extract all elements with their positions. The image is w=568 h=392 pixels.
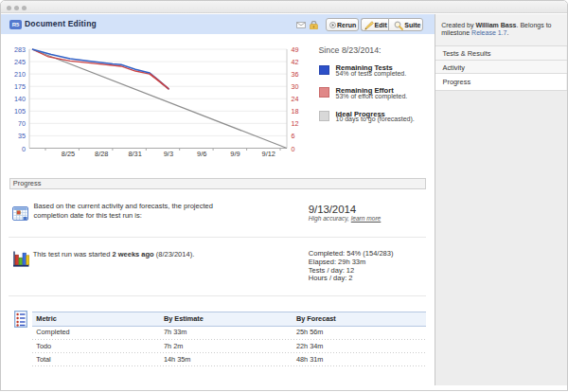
svg-text:6: 6 (292, 132, 295, 140)
svg-text:36: 36 (292, 70, 299, 79)
svg-text:9/6: 9/6 (197, 150, 206, 158)
svg-text:245: 245 (14, 58, 26, 66)
svg-text:9/9: 9/9 (230, 150, 240, 158)
svg-text:105: 105 (14, 107, 26, 116)
svg-text:283: 283 (14, 45, 26, 54)
svg-text:24: 24 (292, 95, 299, 103)
svg-text:9/12: 9/12 (262, 150, 275, 158)
svg-text:0: 0 (22, 145, 26, 153)
svg-text:140: 140 (14, 95, 26, 103)
svg-text:8/31: 8/31 (128, 150, 141, 158)
svg-text:42: 42 (292, 58, 299, 66)
svg-text:12: 12 (292, 119, 299, 128)
svg-text:8/28: 8/28 (95, 150, 108, 158)
svg-text:210: 210 (14, 70, 26, 79)
svg-text:35: 35 (18, 132, 26, 140)
svg-text:0: 0 (292, 145, 295, 153)
svg-text:70: 70 (18, 119, 26, 128)
svg-text:18: 18 (292, 107, 299, 116)
svg-text:8/25: 8/25 (62, 150, 75, 158)
svg-text:175: 175 (14, 82, 26, 91)
svg-text:49: 49 (292, 45, 299, 54)
svg-text:30: 30 (292, 82, 299, 91)
svg-text:9/3: 9/3 (164, 150, 173, 158)
